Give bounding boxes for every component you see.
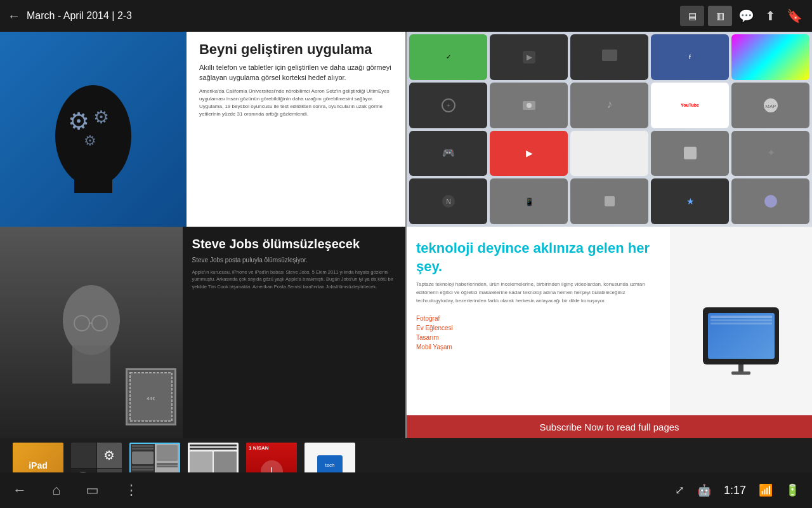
subscribe-banner[interactable]: Subscribe Now to read full pages	[407, 415, 812, 438]
svg-text:N: N	[446, 198, 450, 205]
app-cell[interactable]: ▶	[490, 131, 568, 177]
svg-point-5	[63, 285, 120, 355]
main-area: ⚙ ⚙ ⚙ Beyni geliştiren uygulama Akıllı t…	[0, 32, 812, 508]
svg-text:📱: 📱	[524, 197, 534, 206]
app-cell[interactable]	[490, 83, 568, 128]
app-cell[interactable]: ★	[651, 178, 729, 224]
back-icon[interactable]: ←	[8, 9, 20, 23]
svg-text:⚙: ⚙	[93, 107, 109, 127]
app-cell[interactable]: MAP	[731, 83, 809, 128]
app-cell[interactable]: 🎮	[409, 131, 487, 177]
stamp-visual: 44¢	[126, 368, 176, 425]
svg-point-19	[527, 103, 532, 108]
steve-jobs-subtitle: Steve Jobs posta puluyla ölümsüzleşiyor.	[192, 257, 396, 264]
app-cell-apple[interactable]	[570, 131, 648, 177]
battery-icon: 🔋	[785, 483, 799, 497]
steve-jobs-section: 44¢ Steve Jobs ölümsüzleşecek Steve Jobs…	[0, 227, 405, 438]
double-page-button[interactable]: ▥	[708, 6, 732, 26]
recents-button[interactable]: ▭	[86, 482, 99, 498]
link-mobil-yasam[interactable]: Mobil Yaşam	[416, 344, 660, 351]
link-tasarim[interactable]: Tasarım	[416, 334, 660, 341]
svg-text:44¢: 44¢	[147, 396, 155, 401]
single-page-button[interactable]: ▤	[680, 6, 704, 26]
brain-graphic: ⚙ ⚙ ⚙	[18, 51, 167, 208]
top-bar-right: ▤ ▥ 💬 ⬆ 🔖	[680, 6, 804, 26]
svg-text:🎮: 🎮	[442, 147, 455, 159]
brain-app-body: Amerika'da California Üniversitesi'nde n…	[199, 88, 393, 118]
wifi-icon: 📶	[759, 483, 773, 497]
bookmark-icon[interactable]: 🔖	[784, 6, 804, 26]
teknoloji-title: teknoloji deyince aklınıza gelen her şey…	[416, 239, 660, 276]
teknoloji-body: Taptaze teknoloji haberlerinden, ürün in…	[416, 281, 660, 305]
link-ev-eglencesi[interactable]: Ev Eğlencesi	[416, 324, 660, 331]
app-cell[interactable]: ▶	[490, 34, 568, 80]
comment-icon[interactable]: 💬	[736, 6, 756, 26]
monitor-base	[731, 371, 750, 375]
app-cell[interactable]: ✦	[731, 131, 809, 177]
top-bar: ← March - April 2014 | 2-3 ▤ ▥ 💬 ⬆ 🔖	[0, 0, 812, 32]
subscribe-text: Subscribe Now to read full pages	[539, 422, 679, 432]
svg-text:⚙: ⚙	[68, 108, 89, 135]
teknoloji-section: teknoloji deyince aklınıza gelen her şey…	[407, 227, 812, 438]
back-button[interactable]: ←	[13, 482, 27, 498]
svg-point-32	[764, 195, 777, 208]
app-cell-youtube[interactable]: YouTube	[651, 83, 729, 128]
app-cell[interactable]: 📱	[490, 178, 568, 224]
app-cell-facebook[interactable]: f	[651, 34, 729, 80]
right-page: ✓ ▶ f +	[407, 32, 812, 438]
svg-text:+: +	[447, 102, 450, 109]
app-cell[interactable]: +	[409, 83, 487, 128]
brain-app-section: ⚙ ⚙ ⚙ Beyni geliştiren uygulama Akıllı t…	[0, 32, 405, 227]
brain-app-image: ⚙ ⚙ ⚙	[0, 32, 187, 227]
app-cell[interactable]	[731, 34, 809, 80]
steve-jobs-text: Steve Jobs ölümsüzleşecek Steve Jobs pos…	[183, 227, 405, 438]
svg-rect-1	[74, 168, 112, 193]
expand-icon[interactable]: ⤢	[675, 483, 684, 497]
brain-svg: ⚙ ⚙ ⚙	[33, 66, 154, 193]
svg-rect-30	[605, 196, 615, 206]
svg-text:MAP: MAP	[765, 104, 776, 109]
teknoloji-links: Fotoğraf Ev Eğlencesi Tasarım Mobil Yaşa…	[416, 315, 660, 351]
svg-rect-25	[684, 147, 697, 159]
app-cell[interactable]: ♪	[570, 83, 648, 128]
app-cell[interactable]: ✓	[409, 34, 487, 80]
page-spread: ⚙ ⚙ ⚙ Beyni geliştiren uygulama Akıllı t…	[0, 32, 812, 438]
app-cell[interactable]	[570, 34, 648, 80]
brain-app-subtitle: Akıllı telefon ve tabletler için gelişti…	[199, 63, 393, 83]
app-cell[interactable]	[570, 178, 648, 224]
link-fotograf[interactable]: Fotoğraf	[416, 315, 660, 322]
brain-app-title: Beyni geliştiren uygulama	[199, 41, 393, 58]
app-cell[interactable]	[731, 178, 809, 224]
app-cell[interactable]	[651, 131, 729, 177]
bottom-nav-right: ⤢ 🤖 1:17 📶 🔋	[675, 483, 799, 497]
app-cell[interactable]: N	[409, 178, 487, 224]
bottom-nav-left: ← ⌂ ▭ ⋮	[13, 482, 138, 498]
top-bar-left: ← March - April 2014 | 2-3	[8, 9, 132, 23]
menu-button[interactable]: ⋮	[124, 482, 138, 498]
svg-text:▶: ▶	[525, 148, 532, 158]
svg-text:▶: ▶	[526, 53, 532, 62]
teknoloji-title-word1: teknoloji	[416, 240, 478, 256]
page-title: March - April 2014 | 2-3	[27, 10, 132, 22]
brain-app-text: Beyni geliştiren uygulama Akıllı telefon…	[187, 32, 405, 227]
apps-section: ✓ ▶ f +	[407, 32, 812, 227]
page-viewer: ⚙ ⚙ ⚙ Beyni geliştiren uygulama Akıllı t…	[0, 32, 812, 438]
steve-jobs-body: Apple'ın kurucusu, iPhone ve iPad'in bab…	[192, 269, 396, 290]
steve-jobs-title: Steve Jobs ölümsüzleşecek	[192, 236, 396, 251]
home-button[interactable]: ⌂	[52, 482, 60, 498]
svg-text:♪: ♪	[606, 98, 612, 110]
svg-text:✦: ✦	[766, 147, 775, 158]
svg-rect-6	[72, 345, 110, 384]
steve-jobs-portrait: 44¢	[0, 227, 183, 438]
left-page: ⚙ ⚙ ⚙ Beyni geliştiren uygulama Akıllı t…	[0, 32, 405, 438]
svg-text:★: ★	[686, 196, 694, 206]
share-icon[interactable]: ⬆	[760, 6, 780, 26]
svg-rect-15	[602, 61, 617, 65]
time-display: 1:17	[724, 484, 746, 497]
apps-grid: ✓ ▶ f +	[407, 32, 812, 227]
monitor-shape	[703, 307, 779, 364]
portrait-svg	[50, 282, 133, 384]
svg-text:⚙: ⚙	[84, 133, 96, 149]
bottom-nav: ← ⌂ ▭ ⋮ ⤢ 🤖 1:17 📶 🔋	[0, 472, 812, 508]
teknoloji-text: teknoloji deyince aklınıza gelen her şey…	[407, 227, 670, 438]
